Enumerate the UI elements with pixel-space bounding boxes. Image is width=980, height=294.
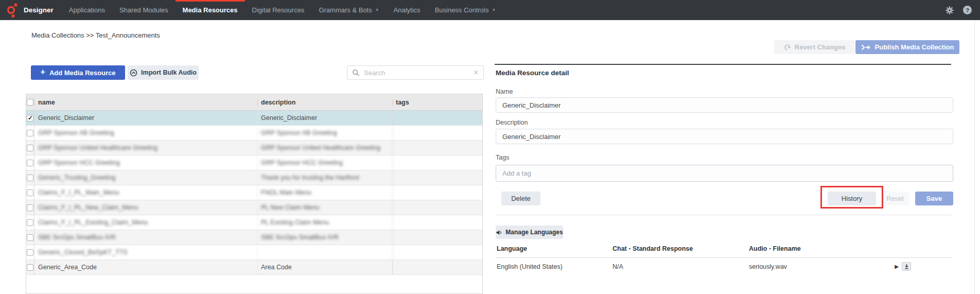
cell-description: Generic_Disclaimer xyxy=(258,111,393,125)
section-divider xyxy=(496,215,951,215)
languages-header-row: Language Chat - Standard Response Audio … xyxy=(497,245,951,252)
chevron-down-icon: ▼ xyxy=(375,8,379,12)
row-checkbox[interactable] xyxy=(27,264,33,271)
import-bulk-audio-button[interactable]: Import Bulk Audio xyxy=(128,65,199,80)
app-title: Designer xyxy=(24,0,54,20)
nav-item[interactable]: Business Controls ▼ xyxy=(428,0,503,20)
row-checkbox[interactable] xyxy=(27,175,33,181)
clear-search-icon[interactable]: ✕ xyxy=(474,69,479,76)
cell-audio-filename: seriously.wav xyxy=(749,263,895,270)
cell-name: GRP Sponsor HCC Greeting xyxy=(34,155,258,170)
cell-description: GRP Sponsor United Healthcare Greeting xyxy=(258,141,393,155)
nav-item[interactable]: Applications xyxy=(62,0,112,20)
row-checkbox[interactable] xyxy=(27,189,33,196)
cell-tags xyxy=(393,141,482,155)
languages-header-divider xyxy=(496,257,951,258)
table-row[interactable]: Claims_F_I_PL_Main_Menu FNOL Main Menu xyxy=(26,185,482,200)
revert-changes-button[interactable]: Revert Changes xyxy=(774,40,854,54)
name-field[interactable] xyxy=(496,97,953,113)
table-header-row: name description tags xyxy=(26,94,482,111)
play-audio-icon[interactable]: ▶ xyxy=(895,264,899,269)
detail-panel-divider xyxy=(495,64,951,65)
row-checkbox[interactable] xyxy=(27,204,33,211)
language-row: English (United States) N/A seriously.wa… xyxy=(497,262,951,271)
cell-tags xyxy=(393,155,482,170)
row-checkbox[interactable] xyxy=(27,115,33,122)
page-edge-line xyxy=(974,20,975,294)
nav-item[interactable]: Analytics xyxy=(387,0,428,20)
cell-tags xyxy=(393,111,482,125)
column-header-chat: Chat - Standard Response xyxy=(612,245,749,252)
cell-tags xyxy=(393,200,482,215)
cell-name: Generic_Area_Code xyxy=(34,260,258,274)
description-label: Description xyxy=(496,119,528,126)
cell-name: SBE SrcOps SmallBus IVR xyxy=(34,230,258,245)
cell-name: GRP Sponsor United Healthcare Greeting xyxy=(34,141,258,155)
row-checkbox[interactable] xyxy=(27,130,33,136)
genesys-logo-icon xyxy=(6,2,19,20)
column-header-language: Language xyxy=(497,245,612,252)
cell-description xyxy=(258,245,393,260)
cell-name: Claims_F_I_PL_Existing_Claim_Menu xyxy=(34,215,258,230)
save-button[interactable]: Save xyxy=(915,192,953,205)
nav-item[interactable]: Digital Resources xyxy=(245,0,312,20)
revert-arrow-icon xyxy=(783,44,791,51)
cell-description: Thank you for trusting the Hartford xyxy=(258,170,393,185)
cell-name: Claims_F_I_PL_New_Claim_Menu xyxy=(34,200,258,215)
cell-name: Claims_F_I_PL_Main_Menu xyxy=(34,185,258,200)
table-row[interactable]: Generic_Closed_BeSpKT_TTS xyxy=(26,245,482,260)
cell-description: SBE SrcOps SmallBus IVR xyxy=(258,230,393,245)
table-row[interactable]: Claims_F_I_PL_Existing_Claim_Menu PL Exi… xyxy=(26,215,482,230)
cell-tags xyxy=(393,126,482,140)
nav-menu: Applications Shared Modules Media Resour… xyxy=(62,0,503,20)
description-field[interactable] xyxy=(496,129,953,144)
cell-tags xyxy=(393,170,482,185)
nav-item[interactable]: Media Resources xyxy=(176,0,245,20)
help-icon[interactable]: ? xyxy=(963,6,972,14)
add-media-resource-button[interactable]: + Add Media Resource xyxy=(31,65,125,80)
detail-panel-title: Media Resource detail xyxy=(496,69,569,77)
nav-item[interactable]: Grammars & Bots ▼ xyxy=(311,0,386,20)
table-row[interactable]: Claims_F_I_PL_New_Claim_Menu PL New Clai… xyxy=(26,200,482,215)
history-button[interactable]: History xyxy=(828,192,876,205)
settings-gear-icon[interactable] xyxy=(945,6,954,15)
cell-description: Area Code xyxy=(258,260,393,274)
plus-icon: + xyxy=(41,67,45,77)
cell-description: FNOL Main Menu xyxy=(258,185,393,200)
download-audio-icon[interactable] xyxy=(902,262,911,271)
cell-name: Generic_Closed_BeSpKT_TTS xyxy=(34,245,258,260)
select-all-checkbox[interactable] xyxy=(27,99,33,106)
cell-name: Generic_Trusting_Greeting xyxy=(34,170,258,185)
cell-tags xyxy=(393,245,482,260)
table-row[interactable]: Generic_Trusting_Greeting Thank you for … xyxy=(26,170,482,185)
breadcrumb[interactable]: Media Collections >> Test_Announcements xyxy=(31,31,160,39)
manage-languages-button[interactable]: Manage Languages xyxy=(496,226,563,239)
table-row[interactable]: Generic_Area_Code Area Code xyxy=(26,260,482,275)
column-header-description: description xyxy=(258,99,393,106)
cell-tags xyxy=(393,260,482,274)
search-input[interactable] xyxy=(364,69,469,77)
table-row[interactable]: GRP Sponsor United Healthcare Greeting G… xyxy=(26,141,482,155)
tags-label: Tags xyxy=(496,154,509,161)
table-row[interactable]: GRP Sponsor HCC Greeting GRP Sponsor HCC… xyxy=(26,155,482,170)
search-box: ✕ xyxy=(347,65,484,80)
cell-tags xyxy=(393,230,482,245)
row-checkbox[interactable] xyxy=(27,145,33,151)
upload-circle-icon xyxy=(130,69,137,77)
cell-name: Generic_Disclaimer xyxy=(34,111,258,125)
column-header-tags: tags xyxy=(393,99,482,106)
publish-media-collection-button[interactable]: Publish Media Collection xyxy=(855,40,959,54)
table-row[interactable]: GRP Sponsor AB Greeting GRP Sponsor AB G… xyxy=(26,126,482,141)
row-checkbox[interactable] xyxy=(27,160,33,166)
search-icon xyxy=(352,69,360,77)
delete-button[interactable]: Delete xyxy=(501,192,540,205)
reset-button[interactable]: Reset xyxy=(881,192,909,205)
table-body: Generic_Disclaimer Generic_Disclaimer GR… xyxy=(26,111,482,275)
row-checkbox[interactable] xyxy=(27,219,33,226)
tags-input[interactable] xyxy=(496,165,953,182)
table-row[interactable]: Generic_Disclaimer Generic_Disclaimer xyxy=(26,111,482,126)
table-row[interactable]: SBE SrcOps SmallBus IVR SBE SrcOps Small… xyxy=(26,230,482,245)
row-checkbox[interactable] xyxy=(27,249,33,256)
nav-item[interactable]: Shared Modules xyxy=(112,0,176,20)
row-checkbox[interactable] xyxy=(27,234,33,241)
